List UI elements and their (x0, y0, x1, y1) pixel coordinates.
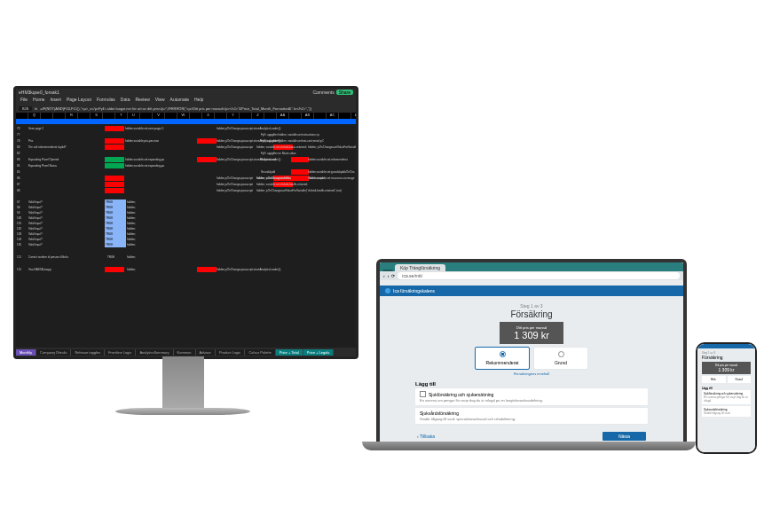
checkbox-icon[interactable] (420, 391, 426, 397)
phone-addon-2[interactable]: Sjukvårdsförsäkring Snabb tillgång till … (702, 406, 751, 417)
cell-text[interactable]: hidden;variable;set;insurance-coverage (307, 176, 356, 181)
menu-pagelayout[interactable]: Page Layout (67, 97, 91, 104)
col-header[interactable]: R (66, 113, 78, 119)
sheet-tab[interactable]: Price + Total (276, 349, 303, 356)
browser-tab-active[interactable]: Köp Trängförsäkring (395, 264, 445, 271)
flag-red[interactable] (105, 176, 124, 181)
menu-data[interactable]: Data (121, 97, 130, 104)
row-label[interactable] (28, 188, 105, 193)
row-label[interactable]: Expanding Panel Status (28, 163, 105, 168)
row-number[interactable]: 70 (16, 126, 28, 131)
row-label[interactable] (28, 151, 105, 156)
row-number[interactable]: 78 (16, 138, 28, 144)
cell-text[interactable]: hidden; jsOnChange=setValueForVariable("… (307, 145, 356, 150)
flag-red[interactable] (291, 169, 309, 175)
flag-red[interactable] (197, 267, 217, 272)
true-cell[interactable]: TRUE (105, 242, 126, 247)
sheet-tab[interactable]: Product Logic (216, 349, 245, 356)
cell-text[interactable]: hidden; jsOnChange=setValueForVariable("… (256, 188, 355, 193)
row-label[interactable] (28, 132, 105, 137)
cell-text[interactable]: hidden; variable;set;clicked-health-reta… (256, 182, 350, 187)
flag-red[interactable] (105, 188, 124, 193)
col-header[interactable]: S (91, 113, 103, 119)
sheet-tab[interactable]: Monthly (16, 349, 36, 356)
formula-input[interactable]: =IF(NOT(AND(F10,F11)),"<p>_x</p>Fyll i a… (40, 106, 353, 111)
phone-option-recommended[interactable]: Rek. (702, 376, 726, 383)
flag-red[interactable] (105, 267, 124, 272)
col-header[interactable]: X (202, 113, 215, 119)
menu-review[interactable]: Review (135, 97, 149, 104)
col-header[interactable]: AD (351, 113, 358, 119)
cell-text[interactable]: hidden;variable;set;grundskyddsOnCha (307, 169, 356, 175)
sheet-tab[interactable]: Company Details (36, 349, 71, 356)
flag-red[interactable] (197, 157, 217, 162)
option-recommended[interactable]: Rekommenderat (476, 348, 529, 369)
row-label[interactable]: Pris (28, 138, 105, 144)
back-icon[interactable]: ‹ (383, 273, 385, 278)
flag-red[interactable] (105, 145, 124, 150)
col-header[interactable] (264, 113, 277, 119)
row-number[interactable]: 83 (16, 157, 28, 162)
sheet-tab[interactable]: Frontline Logic (105, 349, 136, 356)
reload-icon[interactable]: ⟳ (391, 273, 395, 278)
next-button[interactable]: Nästa (603, 432, 646, 441)
cell-reference-box[interactable]: B28 (19, 106, 32, 111)
menu-view[interactable]: View (155, 97, 165, 104)
sheet-tab[interactable]: Kommun (174, 349, 196, 356)
row-number[interactable]: 84 (16, 163, 28, 168)
row-number[interactable]: 86 (16, 176, 28, 181)
cell-text[interactable]: hidden;variable;pris-per-mån (124, 138, 197, 144)
row-label[interactable]: Om valt rekommenderat skydd? (28, 145, 105, 150)
comments-button[interactable]: Comments (312, 90, 334, 95)
cell-text[interactable]: hidden; (126, 254, 154, 260)
row-number[interactable]: 85 (16, 169, 28, 175)
col-header[interactable] (140, 113, 153, 119)
sheet-tab[interactable]: AnalyticsSummary (136, 349, 173, 356)
option-basic[interactable]: Grund (534, 348, 587, 369)
menu-help[interactable]: Help (194, 97, 203, 104)
col-header[interactable] (41, 113, 53, 119)
col-header[interactable] (190, 113, 202, 119)
row-label[interactable]: Valid Input? (28, 242, 105, 247)
col-header[interactable]: AC (327, 113, 339, 119)
row-number[interactable]: 87 (16, 182, 28, 187)
col-header[interactable]: V (153, 113, 165, 119)
row-number[interactable]: 115 (16, 267, 28, 272)
menu-formulas[interactable]: Formulas (97, 97, 115, 104)
col-header[interactable]: Y (227, 113, 240, 119)
row-number[interactable]: 105 (16, 242, 28, 247)
row-label[interactable] (28, 182, 105, 187)
col-header[interactable]: Z (252, 113, 264, 119)
row-number[interactable]: 77 (16, 132, 28, 137)
flag-red[interactable] (197, 138, 217, 144)
sheet-tab[interactable]: Price + Legals (303, 349, 334, 356)
row-number[interactable]: 80 (16, 145, 28, 150)
col-header[interactable] (289, 113, 302, 119)
details-link[interactable]: Försäkringens innehåll (514, 372, 549, 376)
cell-text[interactable]: Fyll i uppgifter hidden; variable;set;te… (260, 138, 324, 144)
menu-home[interactable]: Home (33, 97, 44, 104)
spreadsheet-grid[interactable]: 70Seen page 2hidden;variable;set;seen-pa… (16, 119, 356, 348)
flag-red[interactable] (105, 126, 124, 131)
cell-text[interactable]: hidden;jsOnChange=javascript;storeAnalyt… (216, 126, 306, 131)
col-header[interactable]: T (115, 113, 128, 119)
col-header[interactable]: AB (302, 113, 314, 119)
col-header[interactable]: Q (28, 113, 41, 119)
sheet-tab[interactable]: Colour Palette (245, 349, 275, 356)
row-label[interactable] (28, 176, 105, 181)
col-header[interactable]: W (177, 113, 190, 119)
menu-file[interactable]: File (20, 97, 28, 104)
col-header[interactable] (53, 113, 66, 119)
cell-text[interactable]: Fyll i uppgifter on Nästa sidan (260, 151, 324, 156)
col-header[interactable] (16, 113, 28, 119)
row-number[interactable]: 88 (16, 188, 28, 193)
row-number[interactable]: 82 (16, 151, 28, 156)
row-number[interactable]: 111 (16, 254, 28, 260)
flag-green[interactable] (105, 163, 124, 168)
back-link[interactable]: ‹ Tillbaka (417, 434, 435, 439)
forward-icon[interactable]: › (388, 273, 390, 278)
cell-text[interactable]: hidden;jsOnChange=javascript;storeAnalyt… (216, 267, 306, 272)
flag-red[interactable] (105, 138, 124, 144)
flag-red[interactable] (291, 157, 309, 162)
row-label[interactable]: Seen page 2 (28, 126, 105, 131)
